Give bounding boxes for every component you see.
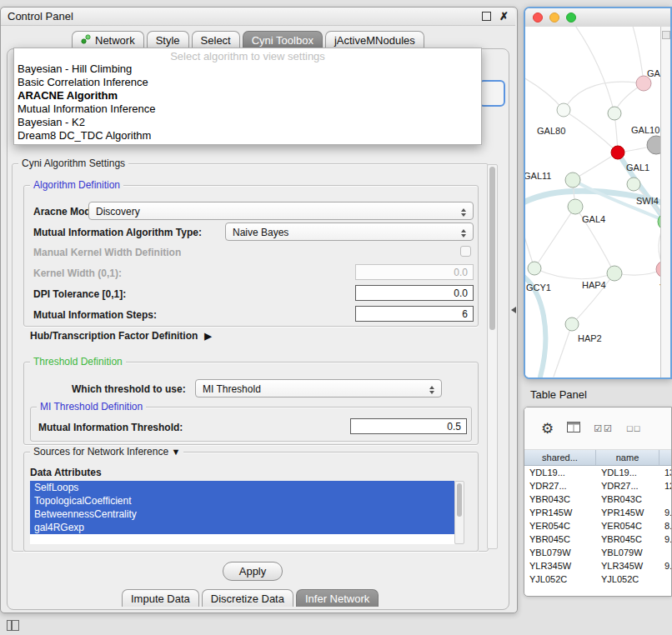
table-row[interactable]: YDR27...YDR27...12 [524, 479, 671, 492]
deselect-all-icon[interactable]: □□ [627, 423, 641, 433]
chevron-down-icon: ▼ [171, 447, 180, 457]
chevron-right-icon: ▶ [204, 331, 211, 342]
control-panel-titlebar[interactable]: Control Panel ✗ [1, 8, 515, 26]
data-attributes-list[interactable]: SelfLoopsTopologicalCoefficientBetweenne… [30, 481, 454, 544]
float-window-icon[interactable] [482, 12, 491, 21]
mi-threshold-label: Mutual Information Threshold: [38, 422, 183, 433]
network-node[interactable] [611, 146, 624, 159]
column-header-2[interactable] [659, 450, 672, 465]
table-cell: YPR145W [596, 506, 659, 519]
tab-label: Style [156, 34, 180, 47]
close-window-icon[interactable]: ✗ [499, 12, 509, 22]
attribute-item-topologicalcoefficient[interactable]: TopologicalCoefficient [30, 494, 454, 508]
which-threshold-select[interactable]: MI Threshold [195, 379, 442, 398]
network-node[interactable] [565, 172, 580, 188]
scroll-button[interactable] [662, 31, 670, 39]
algorithm-option-basic-correlation-inference[interactable]: Basic Correlation Inference [14, 76, 481, 89]
network-node[interactable] [568, 199, 583, 214]
table-row[interactable]: YBR043CYBR043C [524, 492, 671, 506]
table-panel-title: Table Panel [530, 388, 587, 401]
dropdown-placeholder: Select algorithm to view settings [14, 50, 481, 62]
bottom-tabs: Impute DataDiscretize DataInfer Network [122, 589, 381, 607]
algorithm-option-dream8-dc-tdc-algorithm[interactable]: Dream8 DC_TDC Algorithm [14, 129, 481, 142]
network-canvas[interactable]: GAL8GAL80GAL10GAL11GAL1SWI4GAL4GCY1HAP4H… [525, 27, 670, 378]
attribute-item-betweennesscentrality[interactable]: BetweennessCentrality [30, 508, 454, 521]
tab-select[interactable]: Select [192, 31, 240, 48]
mi-steps-field[interactable]: 6 [355, 306, 474, 322]
algorithm-option-aracne-algorithm[interactable]: ARACNE Algorithm [14, 89, 481, 102]
sources-legend-label: Sources for Network Inference [33, 446, 168, 458]
sources-legend[interactable]: Sources for Network Inference ▼ [30, 446, 183, 458]
attribute-item-selfloops[interactable]: SelfLoops [30, 481, 454, 494]
settings-scrollbar-thumb[interactable] [489, 167, 495, 330]
tab-infer-network[interactable]: Infer Network [296, 589, 379, 607]
attributes-scrollbar-thumb[interactable] [457, 483, 462, 517]
network-node[interactable] [607, 266, 622, 281]
settings-scrollbar[interactable] [487, 164, 498, 549]
network-window-titlebar[interactable] [525, 8, 670, 28]
table-panel-window: ⚙ ☑☑ □□ shared...name YDL19...YDL19...13… [524, 407, 672, 597]
manual-kernel-checkbox[interactable] [460, 246, 471, 257]
attributes-scrollbar[interactable] [454, 481, 464, 544]
kernel-width-field[interactable]: 0.0 [355, 264, 474, 280]
dpi-tolerance-field[interactable]: 0.0 [355, 285, 474, 301]
network-node-label: GAL10 [631, 125, 659, 135]
minimize-traffic-light-icon[interactable] [549, 12, 559, 22]
columns-icon[interactable] [567, 421, 580, 436]
table-header[interactable]: shared...name [524, 450, 671, 466]
network-node[interactable] [627, 178, 640, 191]
tab-discretize-data[interactable]: Discretize Data [202, 589, 293, 607]
table-row[interactable]: YDL19...YDL19...13 [524, 466, 671, 479]
aracne-mode-select[interactable]: Discovery [88, 202, 474, 220]
hub-section-toggle[interactable]: Hub/Transcription Factor Definition ▶ [30, 330, 212, 342]
close-traffic-light-icon[interactable] [533, 12, 543, 22]
network-vertical-scrollbar[interactable] [660, 27, 670, 378]
top-tabs: NetworkStyleSelectCyni ToolboxjActiveMNo… [72, 31, 427, 48]
table-cell: YER054C [524, 519, 596, 532]
select-all-icon[interactable]: ☑☑ [594, 423, 614, 434]
network-node[interactable] [557, 103, 570, 117]
tab-network[interactable]: Network [72, 31, 144, 48]
algorithm-option-bayesian-hill-climbing[interactable]: Bayesian - Hill Climbing [14, 62, 481, 76]
table-toolbar: ⚙ ☑☑ □□ [524, 408, 671, 450]
table-cell: 9. [659, 532, 672, 546]
tab-style[interactable]: Style [147, 31, 189, 48]
mi-type-select[interactable]: Naive Bayes [225, 222, 474, 241]
network-edge [564, 82, 644, 110]
tab-impute-data[interactable]: Impute Data [122, 589, 199, 607]
network-node[interactable] [608, 107, 621, 120]
kernel-width-label: Kernel Width (0,1): [33, 268, 122, 279]
tab-cyni-toolbox[interactable]: Cyni Toolbox [243, 31, 323, 48]
table-cell: YBR045C [524, 532, 596, 546]
network-node-label: GCY1 [526, 282, 551, 292]
column-header-name[interactable]: name [596, 450, 659, 465]
column-header-shared[interactable]: shared... [524, 450, 596, 465]
attribute-item-gal4rgexp[interactable]: gal4RGexp [30, 521, 454, 534]
table-cell: 9. [659, 559, 672, 572]
zoom-traffic-light-icon[interactable] [566, 12, 576, 22]
network-node-label: GAL4 [582, 214, 605, 224]
apply-button[interactable]: Apply [223, 562, 283, 581]
network-node[interactable] [528, 262, 541, 275]
network-node-label: SWI4 [636, 196, 659, 206]
tab-jactivemnodules[interactable]: jActiveMNodules [325, 31, 424, 48]
algorithm-option-bayesian-k2[interactable]: Bayesian - K2 [14, 116, 481, 129]
gear-icon[interactable]: ⚙ [541, 422, 554, 436]
panel-dock-icon[interactable] [7, 620, 19, 631]
table-row[interactable]: YJL052CYJL052C [524, 572, 671, 586]
table-row[interactable]: YLR345WYLR345W9. [524, 559, 671, 572]
table-row[interactable]: YPR145WYPR145W9. [524, 506, 671, 519]
stepper-arrows-icon [429, 383, 437, 397]
mi-threshold-field[interactable]: 0.5 [350, 418, 467, 434]
divider-collapse-arrow[interactable] [511, 307, 516, 313]
table-row[interactable]: YER054CYER054C8. [524, 519, 671, 532]
network-node[interactable] [565, 318, 579, 331]
algorithm-option-mutual-information-inference[interactable]: Mutual Information Inference [14, 102, 481, 116]
network-edge [632, 27, 644, 83]
focused-button-fragment[interactable] [479, 80, 505, 107]
table-cell: YDL19... [524, 466, 596, 479]
table-cell: 12 [659, 479, 672, 492]
network-node-label: HAP4 [582, 280, 606, 290]
table-row[interactable]: YBL079WYBL079W [524, 546, 671, 559]
table-row[interactable]: YBR045CYBR045C9. [524, 532, 671, 546]
